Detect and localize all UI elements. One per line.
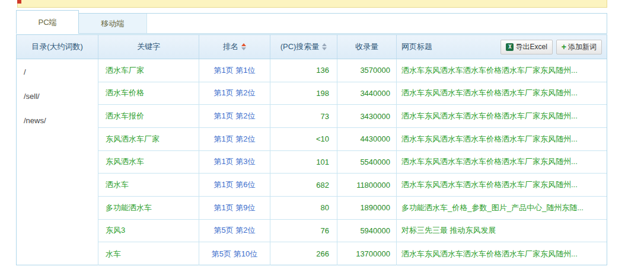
table-row: 洒水车 第1页 第6位 682 11800000 洒水车东风洒水车洒水车价格洒水… — [98, 174, 607, 197]
search-volume-cell: 101 — [270, 151, 337, 174]
keyword-cell[interactable]: 洒水车 — [98, 174, 199, 196]
table-rows: 洒水车厂家 第1页 第1位 136 3570000 洒水车东风洒水车洒水车价格洒… — [98, 59, 607, 265]
table-row: 洒水车报价 第1页 第2位 73 3430000 洒水车东风洒水车洒水车价格洒水… — [98, 105, 607, 128]
excel-icon: X — [506, 43, 514, 51]
add-keyword-button[interactable]: + 添加新词 — [556, 40, 602, 54]
sort-asc-icon[interactable] — [241, 43, 246, 46]
directory-link[interactable]: / — [24, 60, 98, 84]
rank-cell[interactable]: 第1页 第1位 — [199, 59, 270, 82]
rank-cell[interactable]: 第1页 第6位 — [199, 174, 270, 196]
export-excel-label: 导出Excel — [515, 42, 547, 52]
header-page-title: 网页标题 X 导出Excel + 添加新词 — [397, 35, 607, 59]
page-title-cell[interactable]: 洒水车东风洒水车洒水车价格洒水车厂家东风随州... — [397, 105, 607, 127]
search-volume-cell: 136 — [270, 59, 337, 82]
indexed-volume-cell: 11800000 — [337, 174, 397, 196]
indexed-volume-cell: 3440000 — [337, 82, 397, 105]
page-title-cell[interactable]: 洒水车东风洒水车洒水车价格洒水车厂家东风随州... — [397, 174, 607, 196]
page: PC端 移动端 目录(大约词数) 关键字 排名 (PC)搜索量 收录量 — [0, 0, 644, 276]
sort-desc-icon[interactable] — [241, 47, 246, 50]
notice-flag-icon — [17, 0, 21, 4]
rank-cell[interactable]: 第5页 第10位 — [199, 242, 270, 265]
keyword-table: 目录(大约词数) 关键字 排名 (PC)搜索量 收录量 网页标题 — [16, 34, 607, 265]
search-volume-cell: 73 — [270, 105, 337, 127]
plus-icon: + — [562, 43, 566, 51]
header-rank[interactable]: 排名 — [199, 35, 270, 59]
page-title-cell[interactable]: 洒水车东风洒水车洒水车价格洒水车厂家东风随州... — [397, 128, 607, 150]
header-toolbar: X 导出Excel + 添加新词 — [500, 40, 607, 54]
sort-desc-icon[interactable] — [322, 47, 327, 50]
indexed-volume-cell: 4430000 — [337, 128, 397, 150]
table-row: 洒水车价格 第1页 第2位 198 3440000 洒水车东风洒水车洒水车价格洒… — [98, 82, 607, 105]
table-row: 东风洒水车 第1页 第3位 101 5540000 洒水车东风洒水车洒水车价格洒… — [98, 151, 607, 174]
add-keyword-label: 添加新词 — [568, 42, 597, 52]
table-body: / /sell/ /news/ 洒水车厂家 第1页 第1位 136 357000… — [17, 59, 607, 265]
search-volume-cell: 682 — [270, 174, 337, 196]
table-row: 东风洒水车厂家 第1页 第2位 <10 4430000 洒水车东风洒水车洒水车价… — [98, 128, 607, 151]
indexed-volume-cell: 3430000 — [337, 105, 397, 127]
rank-cell[interactable]: 第1页 第3位 — [199, 151, 270, 174]
tab-pc[interactable]: PC端 — [16, 10, 79, 34]
directory-link[interactable]: /sell/ — [24, 84, 98, 108]
table-row: 洒水车厂家 第1页 第1位 136 3570000 洒水车东风洒水车洒水车价格洒… — [98, 59, 607, 82]
directory-link[interactable]: /news/ — [24, 108, 98, 133]
header-indexed: 收录量 — [337, 35, 397, 59]
page-title-cell[interactable]: 洒水车东风洒水车洒水车价格洒水车厂家东风随州... — [397, 151, 607, 174]
header-rank-label: 排名 — [223, 41, 238, 52]
keyword-cell[interactable]: 多功能洒水车 — [98, 197, 199, 219]
export-excel-button[interactable]: X 导出Excel — [500, 40, 552, 54]
tab-mobile[interactable]: 移动端 — [79, 14, 147, 33]
search-volume-cell: 198 — [270, 82, 337, 105]
table-row: 东风3 第5页 第2位 76 5940000 对标三先三最 推动东风发展 — [98, 220, 607, 243]
search-volume-sort-icon[interactable] — [322, 43, 327, 50]
rank-sort-icon[interactable] — [241, 43, 246, 50]
keyword-cell[interactable]: 东风洒水车 — [98, 151, 199, 174]
page-title-cell[interactable]: 洒水车东风洒水车洒水车价格洒水车厂家东风随州... — [397, 242, 607, 265]
table-row: 多功能洒水车 第1页 第9位 80 1890000 多功能洒水车_价格_参数_图… — [98, 197, 607, 220]
sort-asc-icon[interactable] — [322, 43, 327, 46]
indexed-volume-cell: 1890000 — [337, 197, 397, 219]
keyword-cell[interactable]: 洒水车价格 — [98, 82, 199, 105]
page-title-cell[interactable]: 洒水车东风洒水车洒水车价格洒水车厂家东风随州... — [397, 82, 607, 105]
search-volume-cell: <10 — [270, 128, 337, 150]
header-page-title-label: 网页标题 — [401, 41, 432, 52]
keyword-cell[interactable]: 水车 — [98, 242, 199, 265]
keyword-cell[interactable]: 洒水车报价 — [98, 105, 199, 127]
directory-cell: / /sell/ /news/ — [17, 59, 98, 265]
keyword-cell[interactable]: 东风洒水车厂家 — [98, 128, 199, 150]
search-volume-cell: 76 — [270, 220, 337, 242]
rank-cell[interactable]: 第1页 第2位 — [199, 82, 270, 105]
header-search-volume-label: (PC)搜索量 — [280, 41, 320, 52]
keyword-cell[interactable]: 东风3 — [98, 220, 199, 242]
keyword-cell[interactable]: 洒水车厂家 — [98, 59, 199, 82]
page-title-cell[interactable]: 多功能洒水车_价格_参数_图片_产品中心_随州东随... — [397, 197, 607, 219]
page-title-cell[interactable]: 对标三先三最 推动东风发展 — [397, 220, 607, 242]
rank-cell[interactable]: 第1页 第2位 — [199, 128, 270, 150]
header-keyword: 关键字 — [98, 35, 199, 59]
indexed-volume-cell: 3570000 — [337, 59, 397, 82]
rank-cell[interactable]: 第5页 第2位 — [199, 220, 270, 242]
page-title-cell[interactable]: 洒水车东风洒水车洒水车价格洒水车厂家东风随州... — [397, 59, 607, 82]
tab-bar-divider — [79, 33, 607, 34]
header-directory: 目录(大约词数) — [17, 35, 98, 59]
rank-cell[interactable]: 第1页 第2位 — [199, 105, 270, 127]
rank-cell[interactable]: 第1页 第9位 — [199, 197, 270, 219]
indexed-volume-cell: 5940000 — [337, 220, 397, 242]
notice-bar — [17, 0, 607, 8]
indexed-volume-cell: 5540000 — [337, 151, 397, 174]
table-header: 目录(大约词数) 关键字 排名 (PC)搜索量 收录量 网页标题 — [17, 35, 607, 59]
indexed-volume-cell: 13700000 — [337, 242, 397, 265]
header-search-volume[interactable]: (PC)搜索量 — [270, 35, 337, 59]
table-row: 水车 第5页 第10位 266 13700000 洒水车东风洒水车洒水车价格洒水… — [98, 242, 607, 265]
search-volume-cell: 80 — [270, 197, 337, 219]
search-volume-cell: 266 — [270, 242, 337, 265]
